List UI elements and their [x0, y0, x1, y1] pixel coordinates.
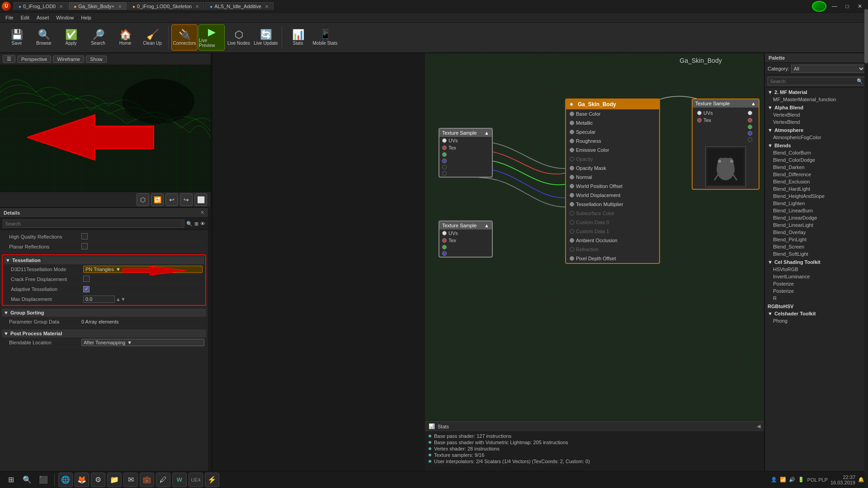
viewport-canvas[interactable]: [0, 65, 211, 192]
search-button[interactable]: 🔎 Search: [85, 24, 111, 51]
start-button[interactable]: ⊞: [4, 473, 18, 487]
viewport-icon-btn4[interactable]: ↪: [180, 193, 193, 206]
palette-item-blend-linearlight[interactable]: Blend_LinearLight: [766, 221, 867, 229]
texture-sample-node-1[interactable]: Texture Sample ▲ UVs Tex: [439, 128, 493, 178]
palette-item-vertex-blend-1[interactable]: VertexBlend: [766, 111, 867, 118]
planar-reflections-checkbox[interactable]: [81, 243, 88, 249]
details-collapse-button[interactable]: ✕: [200, 210, 204, 216]
tab-1[interactable]: ● Ga_Skin_Body+ ✕: [69, 2, 127, 10]
node-graph[interactable]: Ga_Skin_Body Zoom 1:1 Texture S: [425, 53, 764, 471]
view-toggle-icon[interactable]: ⊞: [194, 221, 198, 227]
palette-item-blend-exclusion[interactable]: Blend_Exclusion: [766, 178, 867, 185]
palette-item-blend-colorburn[interactable]: Blend_ColorBurn: [766, 149, 867, 156]
settings-icon[interactable]: ⚙: [91, 473, 105, 487]
palette-item-blend-screen[interactable]: Blend_Screen: [766, 243, 867, 250]
connectors-button[interactable]: 🔌 Connectors: [171, 24, 198, 51]
menu-asset[interactable]: Asset: [33, 13, 53, 23]
palette-group-celshader-header[interactable]: ▼ Celshader Toolkit: [766, 310, 867, 317]
pen-icon[interactable]: 🖊: [156, 473, 170, 487]
adaptive-tessellation-checkbox[interactable]: ✓: [83, 286, 90, 292]
notification-icon[interactable]: 🔔: [858, 477, 864, 483]
palette-item-blend-lighten[interactable]: Blend_Lighten: [766, 200, 867, 207]
menu-edit[interactable]: Edit: [17, 13, 33, 23]
firefox-icon[interactable]: 🦊: [75, 473, 89, 487]
home-button[interactable]: 🏠 Home: [112, 24, 138, 51]
perspective-button[interactable]: Perspective: [17, 56, 51, 63]
palette-item-atmospheric-fog[interactable]: AtmosphericFogColor: [766, 134, 867, 141]
tessellation-header[interactable]: ▼ Tessellation: [4, 256, 204, 264]
viewport-icon-btn5[interactable]: ⬜: [194, 193, 207, 206]
palette-group-blends-header[interactable]: ▼ Blends: [766, 142, 867, 149]
max-displacement-stepper[interactable]: ▲▼: [116, 296, 126, 302]
mail-icon[interactable]: ✉: [123, 473, 138, 487]
wireframe-button[interactable]: Wireframe: [53, 56, 84, 63]
ie-icon[interactable]: 🌐: [58, 473, 73, 487]
max-displacement-input[interactable]: [83, 296, 115, 303]
live-preview-button[interactable]: ▶ Live Preview: [198, 24, 225, 51]
viewport-icon-btn1[interactable]: ⬡: [137, 193, 149, 206]
palette-group-mf-header[interactable]: ▼ 2. MF Material: [766, 89, 867, 96]
palette-group-alpha-header[interactable]: ▼ Alpha Blend: [766, 104, 867, 111]
word-icon[interactable]: W: [172, 473, 187, 487]
palette-item-phong[interactable]: Phong: [766, 317, 867, 324]
palette-item-invertluminance[interactable]: InvertLuminance: [766, 273, 867, 280]
palette-item-blend-heightandslope[interactable]: Blend_HeightAndSlope: [766, 192, 867, 200]
minimize-button[interactable]: —: [828, 0, 841, 13]
save-button[interactable]: 💾 Save: [4, 24, 30, 51]
palette-item-blend-linearburn[interactable]: Blend_LinearBurn: [766, 207, 867, 214]
palette-item-r[interactable]: R: [766, 295, 867, 302]
tab-3[interactable]: ● ALS_N_Idle_Additive ✕: [205, 2, 274, 10]
search-taskbar-button[interactable]: 🔍: [20, 473, 34, 487]
palette-group-cel-header[interactable]: ▼ Cel Shading Toolkit: [766, 258, 867, 266]
texture-sample-node-2[interactable]: Texture Sample ▲ UVs Tex: [439, 221, 493, 258]
game-icon[interactable]: ⚡: [205, 473, 219, 487]
menu-window[interactable]: Window: [52, 13, 77, 23]
high-quality-reflections-checkbox[interactable]: [81, 233, 88, 239]
viewport-menu-button[interactable]: ☰: [3, 55, 15, 63]
category-select[interactable]: All: [791, 65, 865, 73]
ue4-icon[interactable]: UE4: [189, 473, 203, 487]
viewport[interactable]: ☰ Perspective Wireframe Show: [0, 53, 212, 207]
live-nodes-button[interactable]: ⬡ Live Nodes: [226, 24, 252, 51]
eye-icon[interactable]: 👁: [200, 221, 205, 226]
blendable-location-dropdown[interactable]: After Tonemapping ▼: [81, 339, 204, 346]
apply-button[interactable]: ✅ Apply: [58, 24, 84, 51]
palette-item-blend-colordodge[interactable]: Blend_ColorDodge: [766, 156, 867, 164]
palette-item-blend-hardlight[interactable]: Blend_HardLight: [766, 185, 867, 192]
palette-item-blend-softlight[interactable]: Blend_SoftLight: [766, 250, 867, 258]
palette-item-blend-difference[interactable]: Blend_Difference: [766, 171, 867, 178]
palette-item-mf-master[interactable]: MF_MasterMaterial_function: [766, 96, 867, 103]
palette-item-blend-overlay[interactable]: Blend_Overlay: [766, 229, 867, 236]
tab-2[interactable]: ● 0_iFrog_LOD0_Skeleton ✕: [127, 2, 204, 10]
post-process-header[interactable]: ▼ Post Process Material: [2, 329, 206, 338]
live-update-button[interactable]: 🔄 Live Update: [253, 24, 279, 51]
tab-0[interactable]: ● 0_iFrog_LOD0 ✕: [14, 2, 68, 10]
menu-file[interactable]: File: [2, 13, 17, 23]
palette-item-blend-pinlight[interactable]: Blend_PinLight: [766, 236, 867, 243]
folder-icon[interactable]: 📁: [107, 473, 122, 487]
palette-item-hsvtorgb[interactable]: HSVtoRGB: [766, 266, 867, 273]
palette-item-posterize-2[interactable]: Posterize: [766, 287, 867, 295]
mobile-stats-button[interactable]: 📱 Mobile Stats: [312, 24, 338, 51]
office-icon[interactable]: 💼: [140, 473, 154, 487]
palette-item-posterize-1[interactable]: Posterize: [766, 280, 867, 287]
palette-item-blend-darken[interactable]: Blend_Darken: [766, 164, 867, 171]
details-search-input[interactable]: [3, 220, 184, 228]
palette-group-atmosphere-header[interactable]: ▼ Atmosphere: [766, 127, 867, 134]
maximize-button[interactable]: □: [841, 0, 854, 13]
stats-collapse-button[interactable]: ◀: [757, 423, 760, 429]
group-sorting-header[interactable]: ▼ Group Sorting: [2, 309, 206, 317]
palette-item-rgbtohsv[interactable]: RGBtoHSV: [766, 303, 867, 310]
stats-button[interactable]: 📊 Stats: [285, 24, 311, 51]
ga-skin-body-node[interactable]: Ga_Skin_Body Base Color Metallic Specula…: [565, 99, 660, 264]
viewport-icon-btn3[interactable]: ↩: [165, 193, 178, 206]
texture-sample-node-3[interactable]: Texture Sample ▲ UVs Tex: [692, 99, 760, 190]
cleanup-button[interactable]: 🧹 Clean Up: [139, 24, 165, 51]
menu-help[interactable]: Help: [77, 13, 95, 23]
palette-search-input[interactable]: [768, 78, 855, 85]
crack-free-displacement-checkbox[interactable]: [83, 276, 90, 282]
task-view-button[interactable]: ⬛: [36, 473, 51, 487]
tessellation-mode-dropdown[interactable]: PN Triangles ▼: [83, 266, 203, 273]
search-icon[interactable]: 🔍: [186, 221, 193, 227]
palette-item-blend-lineardodge[interactable]: Blend_LinearDodge: [766, 214, 867, 221]
